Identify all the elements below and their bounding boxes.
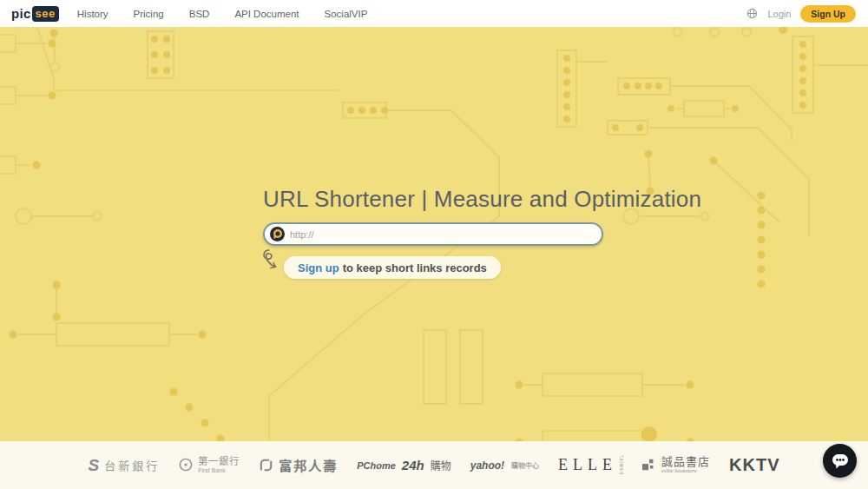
pchome-brand: PChome bbox=[357, 460, 396, 471]
signup-note-text: to keep short links records bbox=[343, 261, 487, 274]
partner-yahoo-shopping: yahoo! 購物中心 bbox=[470, 459, 539, 472]
hero-section: URL Shortener | Measure and Optimization… bbox=[0, 27, 868, 441]
first-bank-label: 第一銀行 bbox=[198, 457, 240, 467]
partners-footer: S 台新銀行 第一銀行 First Bank 富邦人壽 PChome 24h 購… bbox=[0, 441, 868, 489]
nav-item-pricing[interactable]: Pricing bbox=[134, 9, 164, 19]
chat-bubble-icon bbox=[831, 453, 850, 470]
pchome-24h: 24h bbox=[402, 458, 424, 472]
partner-eslite-bookstore: 誠品書店 eslite bookstore bbox=[642, 456, 710, 473]
picsee-mark-icon bbox=[270, 227, 285, 241]
globe-icon[interactable] bbox=[746, 8, 758, 19]
eslite-label: 誠品書店 bbox=[661, 456, 710, 468]
eslite-sublabel: eslite bookstore bbox=[661, 468, 710, 474]
elle-label: ELLE bbox=[558, 456, 617, 474]
nav-item-history[interactable]: History bbox=[77, 9, 108, 19]
taishin-bank-label: 台新銀行 bbox=[104, 457, 160, 473]
yahoo-suffix: 購物中心 bbox=[511, 460, 539, 470]
elle-sublabel: TAIWAN bbox=[619, 455, 623, 475]
eslite-icon bbox=[642, 458, 656, 472]
logo-text-pic: pic bbox=[11, 6, 31, 21]
partner-taishin-bank: S 台新銀行 bbox=[88, 456, 160, 475]
first-bank-sublabel: First Bank bbox=[198, 467, 240, 473]
url-input[interactable] bbox=[285, 229, 602, 240]
first-bank-icon bbox=[179, 458, 193, 472]
pchome-suffix: 購物 bbox=[431, 458, 451, 472]
partner-pchome-24h: PChome 24h 購物 bbox=[357, 458, 451, 472]
partner-fubon-life: 富邦人壽 bbox=[259, 456, 338, 474]
fubon-life-icon bbox=[259, 458, 273, 472]
signup-button[interactable]: Sign Up bbox=[800, 5, 856, 23]
nav-item-bsd[interactable]: BSD bbox=[189, 9, 210, 19]
curved-arrow-icon bbox=[260, 248, 282, 274]
fubon-life-label: 富邦人壽 bbox=[279, 456, 338, 474]
nav-right: Login Sign Up bbox=[746, 5, 856, 23]
partner-elle: ELLE TAIWAN bbox=[558, 455, 623, 475]
logo-text-see: see bbox=[32, 6, 59, 22]
page-title: URL Shortener | Measure and Optimization bbox=[263, 186, 701, 213]
taishin-bank-icon: S bbox=[88, 456, 99, 475]
picsee-logo[interactable]: picsee bbox=[11, 6, 59, 22]
top-navbar: picsee History Pricing BSD API Document … bbox=[0, 0, 868, 27]
nav-item-socialvip[interactable]: SocialVIP bbox=[325, 9, 368, 19]
url-input-container bbox=[263, 222, 603, 246]
partner-first-bank: 第一銀行 First Bank bbox=[179, 457, 240, 473]
partner-kktv: KKTV bbox=[729, 455, 779, 475]
signup-note[interactable]: Sign up to keep short links records bbox=[284, 256, 501, 279]
yahoo-brand: yahoo! bbox=[470, 459, 504, 472]
nav-item-api-document[interactable]: API Document bbox=[234, 9, 299, 19]
chat-button[interactable] bbox=[823, 444, 857, 478]
nav-links: History Pricing BSD API Document SocialV… bbox=[77, 9, 368, 19]
kktv-label: KKTV bbox=[729, 455, 779, 475]
signup-link[interactable]: Sign up bbox=[298, 261, 339, 274]
login-link[interactable]: Login bbox=[767, 9, 791, 19]
